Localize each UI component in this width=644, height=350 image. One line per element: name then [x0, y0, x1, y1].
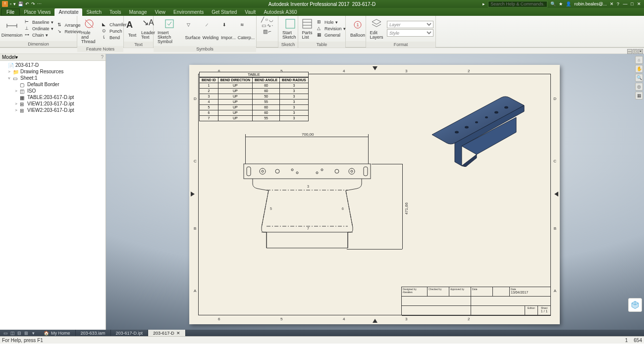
revision-button[interactable]: △Revision ▾	[316, 26, 347, 32]
circle-icon[interactable]: ○	[265, 17, 268, 22]
maximize-button[interactable]: □	[629, 1, 635, 6]
tab-vault[interactable]: Vault	[241, 8, 260, 16]
style-select[interactable]: Style	[387, 29, 433, 37]
text-button[interactable]: A Text	[126, 19, 139, 39]
tab-manage[interactable]: Manage	[125, 8, 151, 16]
balloon-button[interactable]: 1Balloon	[348, 19, 368, 39]
nav-lookat-icon[interactable]: ▦	[635, 92, 643, 100]
title-block[interactable]: Designed byrbeales Checked by Approved b…	[401, 287, 551, 315]
vm-4-icon[interactable]: ⊞	[23, 331, 30, 336]
svg-point-37	[494, 111, 498, 114]
doctab-1[interactable]: 203-633.iam	[76, 330, 111, 336]
doctab-active[interactable]: 203-617-D✕	[148, 330, 186, 336]
isometric-view[interactable]	[427, 83, 531, 167]
arrow-icon[interactable]: ▸	[483, 1, 485, 6]
tab-get-started[interactable]: Get Started	[208, 8, 241, 16]
tree-node[interactable]: >⊞VIEW2:203-617-D.ipt	[0, 107, 106, 113]
doctab-myhome[interactable]: 🏠My Home	[39, 330, 76, 336]
layer-select[interactable]: Layer	[387, 21, 433, 28]
tab-environments[interactable]: Environments	[169, 8, 208, 16]
help-icon[interactable]: ?	[617, 1, 619, 6]
flat-pattern-view[interactable]: 3 5 6 7	[243, 163, 372, 250]
star-icon[interactable]: ★	[559, 1, 563, 6]
tab-file[interactable]: File	[1, 8, 20, 16]
import-button[interactable]: ⬇Impor...	[220, 21, 236, 41]
tree-node[interactable]: >◫ISO	[0, 88, 106, 94]
chain-button[interactable]: ⊶Chain ▾	[24, 32, 54, 38]
tree-root[interactable]: 📄203-617-D	[0, 62, 106, 68]
spline-icon[interactable]: ∿	[267, 23, 271, 28]
svg-point-16	[296, 172, 298, 174]
qat-save-icon[interactable]: 💾	[18, 1, 23, 6]
dimension-button[interactable]: Dimension	[2, 19, 22, 39]
height-dim-value[interactable]: 471,66	[404, 202, 409, 214]
tree-node[interactable]: >📁Drawing Resources	[0, 68, 106, 75]
hole-table-button[interactable]: ⊞Hole ▾	[316, 19, 347, 25]
qat-redo-icon[interactable]: ↷	[31, 1, 35, 6]
canvas-min-icon[interactable]: —	[627, 49, 632, 54]
tab-place-views[interactable]: Place Views	[20, 8, 54, 16]
ordinate-button[interactable]: ⊥Ordinate ▾	[24, 26, 54, 32]
tab-annotate[interactable]: Annotate	[54, 8, 82, 16]
nav-orbit-icon[interactable]: ◎	[635, 83, 643, 91]
bend-table[interactable]: TABLE BEND ID BEND DIRECTION BEND ANGLE …	[199, 72, 309, 121]
drawing-canvas[interactable]: — □ ✕ 6 5 4 3 2 6 5 4 3 2 D C B A D C B …	[106, 54, 644, 330]
fill-icon[interactable]: ▨	[263, 29, 268, 34]
fillet-icon[interactable]: ⌐	[268, 29, 271, 34]
tree-node[interactable]: ▢Default Border	[0, 81, 106, 88]
qat-undo-icon[interactable]: ↶	[25, 1, 29, 6]
baseline-button[interactable]: ⊢Baseline ▾	[24, 19, 54, 25]
general-button[interactable]: ▦General	[316, 32, 347, 38]
tab-tools[interactable]: Tools	[106, 8, 125, 16]
svg-line-27	[262, 191, 268, 227]
nav-home-icon[interactable]: ⌂	[635, 56, 643, 64]
caterp-button[interactable]: ≋Caterp...	[238, 21, 254, 41]
close-button[interactable]: ✕	[636, 1, 642, 6]
search-icon[interactable]: 🔍	[550, 1, 556, 6]
hole-thread-button[interactable]: Hole and Thread	[79, 17, 99, 45]
signin-icon[interactable]: 👤	[566, 1, 571, 6]
tree-node[interactable]: v▭Sheet:1	[0, 75, 106, 81]
arc-icon[interactable]: ◡	[269, 17, 273, 22]
doctab-2[interactable]: 203-617-D.ipt	[111, 330, 149, 336]
viewcube-logo[interactable]	[628, 298, 642, 312]
line-icon[interactable]: ╱	[261, 17, 264, 22]
point-icon[interactable]: ·	[272, 23, 273, 28]
tab-sketch[interactable]: Sketch	[82, 8, 106, 16]
width-dim-value[interactable]: 700,00	[301, 132, 315, 137]
minimize-button[interactable]: —	[622, 1, 628, 6]
table-row: 2UP603	[200, 89, 309, 94]
surface-icon: ▽	[187, 22, 199, 34]
tab-close-icon[interactable]: ✕	[176, 331, 180, 336]
tab-view[interactable]: View	[151, 8, 170, 16]
canvas-close-icon[interactable]: ✕	[638, 49, 643, 54]
surface-button[interactable]: ▽Surface	[185, 21, 201, 41]
group-dimension-label: Dimension	[0, 41, 77, 47]
nav-pan-icon[interactable]: ✋	[635, 65, 643, 73]
parts-list-button[interactable]: Parts List	[300, 17, 314, 41]
insert-sketch-symbol-button[interactable]: Insert Sketch Symbol	[156, 17, 183, 45]
qat-more-icon[interactable]: ⋯	[37, 1, 42, 6]
welding-button[interactable]: ⟋Welding	[203, 21, 218, 41]
ruler-num: 4	[343, 317, 345, 321]
vm-single-icon[interactable]: ▭	[2, 331, 9, 336]
browser-help-icon[interactable]: ?	[101, 54, 104, 60]
model-browser-header[interactable]: Model ▾?	[0, 54, 106, 61]
vm-more-icon[interactable]: ▾	[30, 331, 37, 336]
tab-a360[interactable]: Autodesk A360	[260, 8, 301, 16]
edit-layers-button[interactable]: Edit Layers	[368, 17, 385, 41]
tree-node[interactable]: >⊞VIEW1:203-617-D.ipt	[0, 100, 106, 107]
tree-node[interactable]: ▦TABLE:203-617-D.ipt	[0, 94, 106, 100]
svg-point-17	[321, 169, 323, 171]
vm-hsplit-icon[interactable]: ⊟	[16, 331, 23, 336]
qat-new-icon[interactable]: ▫	[10, 1, 11, 6]
start-sketch-button[interactable]: Start Sketch	[280, 17, 300, 41]
exchange-icon[interactable]: ✕	[610, 1, 614, 6]
rect-icon[interactable]: ▭	[262, 23, 266, 28]
search-input[interactable]	[488, 1, 547, 7]
vm-vsplit-icon[interactable]: ◫	[9, 331, 16, 336]
nav-zoom-icon[interactable]: 🔍	[635, 74, 643, 82]
drawing-sheet[interactable]: 6 5 4 3 2 6 5 4 3 2 D C B A D C B A	[189, 65, 560, 324]
canvas-max-icon[interactable]: □	[633, 49, 638, 54]
qat-open-icon[interactable]: ▾	[13, 1, 16, 6]
